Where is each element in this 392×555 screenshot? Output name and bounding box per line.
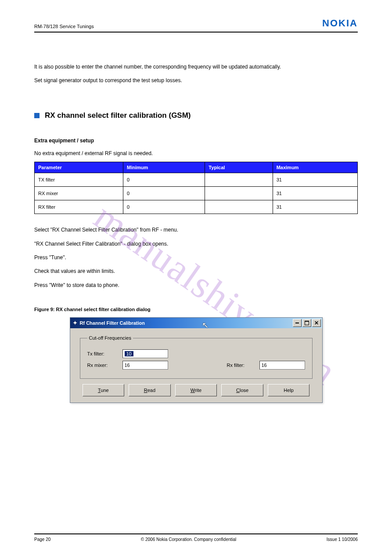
cell — [205, 173, 273, 187]
rx-filter-value: 16 — [262, 363, 267, 368]
figure-caption: Figure 9: RX channel select filter calib… — [34, 307, 358, 312]
app-icon: ✦ — [73, 320, 77, 326]
intro-line-2: Set signal generator output to correspon… — [34, 77, 358, 84]
rx-mixer-label: Rx mixer: — [87, 363, 115, 368]
page-footer: Page 20 © 2006 Nokia Corporation. Compan… — [34, 533, 358, 542]
th-maximum: Maximum — [273, 162, 357, 173]
tune-button[interactable]: Tune — [83, 384, 125, 396]
step-1: Select "RX Channel Select Filter Calibra… — [34, 226, 358, 234]
cell — [205, 200, 273, 214]
cell: 0 — [123, 173, 205, 187]
th-typical: Typical — [205, 162, 273, 173]
section-bullet-icon — [34, 113, 40, 118]
rf-channel-filter-dialog: ✦ Rf Channel Filter Calibration ✕ ↖ Cut-… — [70, 317, 323, 403]
th-parameter: Parameter — [35, 162, 123, 173]
page-header: RM-78/128 Service Tunings NOKIA — [34, 18, 358, 33]
step-3: Press "Tune". — [34, 254, 358, 261]
th-minimum: Minimum — [123, 162, 205, 173]
step-4: Check that values are within limits. — [34, 268, 358, 275]
minimize-button[interactable] — [293, 319, 302, 327]
cell: 0 — [123, 187, 205, 200]
intro-line-1: It is also possible to enter the channel… — [34, 63, 358, 71]
write-button[interactable]: Write — [175, 384, 217, 396]
cell — [205, 187, 273, 200]
tx-filter-label: Tx filter: — [87, 351, 115, 356]
header-doc-ref: RM-78/128 Service Tunings — [34, 24, 94, 29]
rx-filter-field[interactable]: 16 — [259, 361, 305, 370]
table-row: RX mixer 0 31 — [35, 187, 358, 200]
section-title: RX channel select filter calibration (GS… — [45, 111, 191, 120]
step-5: Press "Write" to store data to phone. — [34, 282, 358, 289]
close-icon[interactable]: ✕ — [312, 319, 321, 327]
limits-table: Parameter Minimum Typical Maximum TX fil… — [34, 162, 358, 214]
dialog-title: Rf Channel Filter Calibration — [80, 320, 145, 326]
cutoff-freq-group: Cut-off Frequencies Tx filter: 10 Rx mix… — [80, 335, 313, 379]
rx-mixer-value: 16 — [125, 363, 130, 368]
rx-filter-label: Rx filter: — [227, 363, 252, 368]
tx-filter-value: 10 — [125, 351, 133, 356]
maximize-button[interactable] — [302, 319, 311, 327]
cursor-icon: ↖ — [202, 320, 209, 330]
help-button[interactable]: Help — [268, 384, 310, 396]
cell: 31 — [273, 187, 357, 200]
table-row: TX filter 0 31 — [35, 173, 358, 187]
footer-copyright: © 2006 Nokia Corporation. Company confid… — [141, 537, 237, 542]
cell: 0 — [123, 200, 205, 214]
read-button[interactable]: Read — [129, 384, 171, 396]
step-2: "RX Channel Select Filter Calibration" -… — [34, 240, 358, 248]
cell: TX filter — [35, 173, 123, 187]
cell: RX mixer — [35, 187, 123, 200]
group-legend: Cut-off Frequencies — [87, 335, 133, 341]
subhead-extra-equipment: Extra equipment / setup — [34, 138, 358, 144]
footer-issue: Issue 1 10/2006 — [327, 537, 358, 542]
cell: RX filter — [35, 200, 123, 214]
table-row: RX filter 0 31 — [35, 200, 358, 214]
cell: 31 — [273, 173, 357, 187]
nokia-logo: NOKIA — [322, 18, 358, 29]
extra-equipment-text: No extra equipment / external RF signal … — [34, 150, 358, 157]
cell: 31 — [273, 200, 357, 214]
footer-page: Page 20 — [34, 537, 50, 542]
close-button[interactable]: Close — [221, 384, 263, 396]
dialog-titlebar[interactable]: ✦ Rf Channel Filter Calibration ✕ — [70, 318, 322, 328]
rx-mixer-field[interactable]: 16 — [122, 361, 168, 370]
tx-filter-field[interactable]: 10 — [122, 349, 168, 358]
